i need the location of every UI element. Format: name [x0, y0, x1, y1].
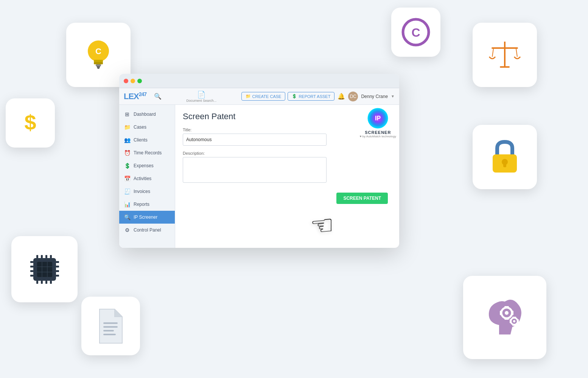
lock-icon — [486, 136, 524, 178]
svg-rect-47 — [504, 317, 509, 320]
sidebar-item-activities[interactable]: 📅 Activities — [119, 172, 175, 185]
sidebar-item-dashboard[interactable]: ⊞ Dashboard — [119, 108, 175, 121]
svg-rect-42 — [103, 330, 114, 331]
user-dropdown-icon[interactable]: ▼ — [391, 94, 395, 98]
scales-card — [473, 23, 537, 87]
avatar: DC — [348, 92, 358, 101]
svg-rect-25 — [45, 255, 47, 258]
title-input[interactable] — [183, 134, 327, 146]
doc-search-area: 📄 Document Search... — [165, 90, 237, 103]
time-records-icon: ⏰ — [124, 150, 131, 156]
sidebar-label-clients: Clients — [134, 137, 148, 143]
svg-rect-49 — [511, 311, 513, 315]
svg-rect-2 — [94, 62, 103, 64]
svg-text:C: C — [411, 26, 420, 39]
sidebar-item-invoices[interactable]: 🧾 Invoices — [119, 185, 175, 198]
lock-card — [473, 125, 537, 189]
svg-rect-30 — [50, 281, 52, 284]
minimize-dot[interactable] — [131, 79, 135, 83]
browser-body: ⊞ Dashboard 📁 Cases 👥 Clients ⏰ Time Rec… — [119, 105, 399, 248]
sidebar-item-cases[interactable]: 📁 Cases — [119, 121, 175, 134]
svg-rect-26 — [50, 255, 52, 258]
svg-rect-33 — [30, 270, 33, 272]
browser-controls — [124, 79, 142, 83]
svg-rect-55 — [517, 319, 519, 323]
create-case-label: CREATE CASE — [252, 94, 282, 99]
svg-marker-5 — [96, 66, 100, 69]
search-icon[interactable]: 🔍 — [154, 93, 162, 100]
svg-text:C: C — [95, 47, 101, 56]
svg-rect-27 — [36, 281, 38, 284]
expenses-icon: 💲 — [124, 163, 131, 169]
svg-rect-54 — [510, 319, 511, 323]
sidebar-item-time-records[interactable]: ⏰ Time Records — [119, 146, 175, 159]
doc-search-label: Document Search... — [187, 99, 217, 103]
app-topbar: LEX247 🔍 📄 Document Search... 📁 CREATE C… — [119, 88, 399, 105]
svg-rect-16 — [503, 162, 506, 167]
svg-rect-12 — [500, 66, 510, 68]
doc-icon — [94, 305, 128, 347]
brain-card — [463, 276, 546, 359]
main-content: Screen Patent IP SCREENER — [175, 105, 399, 248]
app-logo-lex: LEX — [124, 92, 139, 101]
app-logo-247: 247 — [139, 91, 146, 97]
user-name: Denny Crane — [361, 94, 388, 99]
svg-rect-18 — [37, 262, 52, 277]
svg-rect-32 — [30, 266, 33, 268]
reports-icon: 📊 — [124, 201, 131, 207]
topbar-right: 📁 CREATE CASE 💲 REPORT ASSET 🔔 DC Denny … — [241, 92, 395, 101]
svg-text:$: $ — [24, 110, 36, 134]
svg-rect-29 — [45, 281, 47, 284]
close-dot[interactable] — [124, 79, 128, 83]
chip-card — [11, 236, 78, 302]
svg-rect-9 — [492, 47, 518, 49]
svg-rect-31 — [30, 261, 33, 263]
svg-text:IP: IP — [375, 115, 381, 121]
svg-line-11 — [516, 49, 517, 57]
svg-point-51 — [513, 320, 515, 322]
report-asset-button[interactable]: 💲 REPORT ASSET — [288, 92, 334, 101]
description-textarea[interactable] — [183, 157, 327, 183]
browser-window: LEX247 🔍 📄 Document Search... 📁 CREATE C… — [119, 74, 399, 248]
ip-screener-branding: IP SCREENER ♥ by AutoMatch technology — [360, 108, 396, 138]
sidebar-label-control-panel: Control Panel — [134, 227, 161, 233]
dashboard-icon: ⊞ — [124, 111, 131, 117]
svg-rect-41 — [103, 326, 118, 328]
sidebar-item-reports[interactable]: 📊 Reports — [119, 198, 175, 211]
sidebar-item-ip-screener[interactable]: 🔍 IP Screener — [119, 211, 175, 224]
svg-rect-23 — [36, 255, 38, 258]
doc-card — [81, 297, 140, 355]
create-case-icon: 📁 — [246, 94, 251, 99]
create-case-button[interactable]: 📁 CREATE CASE — [241, 92, 286, 101]
sidebar-item-control-panel[interactable]: ⚙ Control Panel — [119, 224, 175, 236]
svg-rect-38 — [56, 275, 59, 277]
control-panel-icon: ⚙ — [124, 227, 131, 233]
svg-rect-52 — [512, 317, 516, 318]
copyright-icon: C — [401, 17, 431, 47]
app-logo: LEX247 — [124, 91, 146, 101]
report-asset-label: REPORT ASSET — [299, 94, 330, 99]
svg-rect-4 — [96, 64, 101, 66]
svg-rect-40 — [103, 322, 118, 324]
form-actions: SCREEN PATENT — [183, 190, 392, 204]
bell-icon[interactable]: 🔔 — [338, 93, 345, 100]
screen-patent-button[interactable]: SCREEN PATENT — [336, 193, 388, 204]
dollar-card: $ — [6, 98, 55, 148]
copyright-card: C — [391, 8, 440, 57]
clients-icon: 👥 — [124, 137, 131, 143]
sidebar-label-dashboard: Dashboard — [134, 112, 156, 117]
svg-point-45 — [505, 311, 509, 315]
sidebar-item-clients[interactable]: 👥 Clients — [119, 134, 175, 146]
svg-rect-37 — [56, 270, 59, 272]
cases-icon: 📁 — [124, 124, 131, 130]
maximize-dot[interactable] — [137, 79, 142, 83]
sidebar-label-reports: Reports — [134, 202, 149, 207]
svg-line-10 — [492, 49, 493, 57]
svg-rect-53 — [512, 324, 516, 326]
description-label: Description: — [183, 151, 392, 156]
sidebar-item-expenses[interactable]: 💲 Expenses — [119, 159, 175, 172]
sidebar-label-cases: Cases — [134, 124, 146, 130]
chip-icon — [22, 247, 67, 292]
svg-rect-28 — [41, 281, 43, 284]
svg-rect-34 — [30, 275, 33, 277]
